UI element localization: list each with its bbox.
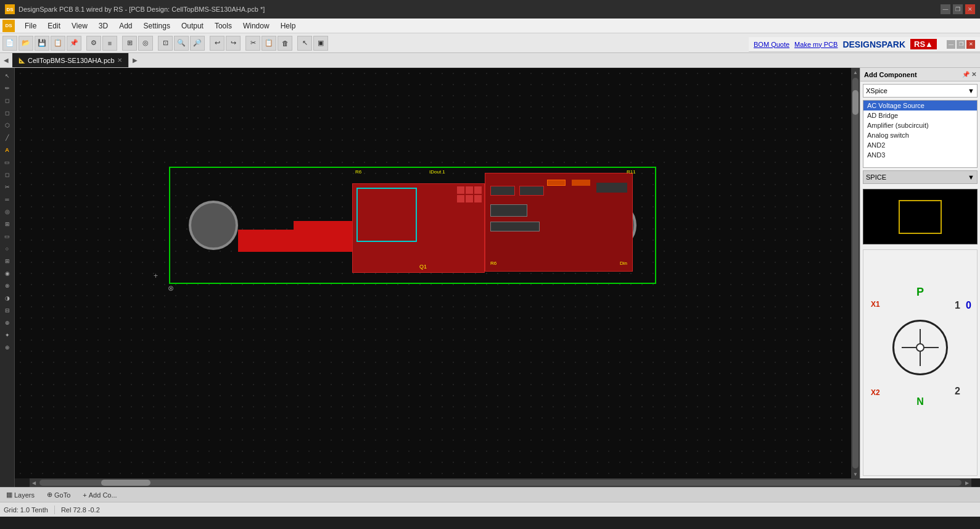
comp-item-and2[interactable]: AND2 (863, 140, 977, 150)
tb-copy[interactable]: 📋 (51, 36, 65, 51)
tab-addco[interactable]: + Add Co... (76, 490, 123, 500)
tb-undo[interactable]: ↩ (210, 36, 224, 51)
pin-1-label: 1 (955, 300, 960, 311)
lt-pad[interactable]: ▭ (2, 157, 13, 168)
tb-ratsnest[interactable]: ≡ (102, 36, 117, 51)
menu-settings[interactable]: Settings (139, 20, 175, 31)
vertical-scrollbar[interactable]: ▲ ▼ (851, 68, 860, 478)
menu-add[interactable]: Add (114, 20, 137, 31)
panel-pin-icon[interactable]: 📌 (962, 71, 970, 78)
canvas-area[interactable]: + — (15, 68, 851, 478)
scroll-right-arrow[interactable]: ▶ (963, 478, 971, 487)
lt-box[interactable]: ◻ (2, 169, 13, 180)
tb-paste[interactable]: 📋 (261, 36, 276, 51)
spice-dropdown[interactable]: SPICE ▼ (863, 170, 978, 184)
tb-highlight[interactable]: ▣ (313, 36, 328, 51)
restore-button[interactable]: ❐ (953, 4, 963, 14)
scroll-track-vertical[interactable] (852, 78, 859, 469)
menu-help[interactable]: Help (276, 20, 301, 31)
scroll-down-arrow[interactable]: ▼ (851, 470, 860, 478)
tb-grid[interactable]: ⊞ (122, 36, 137, 51)
lt-line[interactable]: ╱ (2, 132, 13, 143)
lt-pencil[interactable]: ✏ (2, 83, 13, 94)
minimize-button[interactable]: — (941, 4, 950, 14)
lt-select[interactable]: ↖ (2, 70, 13, 81)
lt-comp[interactable]: ⊞ (2, 219, 13, 230)
panel-minimize-btn[interactable]: — (947, 40, 955, 49)
tab-close-icon[interactable]: ✕ (117, 57, 122, 64)
tb-origin[interactable]: ◎ (138, 36, 153, 51)
tb-zoom-out[interactable]: 🔎 (190, 36, 205, 51)
tab-scroll-left[interactable]: ◀ (0, 53, 12, 67)
menu-output[interactable]: Output (176, 20, 208, 31)
panel-close-btn[interactable]: ✕ (966, 40, 975, 49)
tb-select[interactable]: ↖ (297, 36, 312, 51)
compass-circle (892, 320, 948, 375)
comp-item-ad-bridge[interactable]: AD Bridge (863, 110, 977, 120)
tb-delete[interactable]: 🗑 (278, 36, 292, 51)
lt-rect2[interactable]: ◻ (2, 107, 13, 119)
scroll-track-horizontal[interactable] (39, 480, 961, 486)
symbol-area: P X1 1 0 N (863, 249, 978, 476)
lt-poly[interactable]: ⬡ (2, 120, 13, 131)
lt-thermal[interactable]: ⊟ (2, 305, 13, 316)
panel-restore-btn[interactable]: ❐ (957, 40, 965, 49)
component-area: Q1 (352, 183, 485, 273)
lt-via[interactable]: ◎ (2, 206, 13, 217)
tb-open[interactable]: 📂 (19, 36, 33, 51)
tb-pin[interactable]: 📌 (67, 36, 81, 51)
bom-quote-link[interactable]: BOM Quote (754, 41, 789, 48)
right-panel: Add Component 📌 ✕ XSpice ▼ AC Voltage So… (860, 68, 980, 478)
menu-3d[interactable]: 3D (94, 20, 113, 31)
canvas-row: + — (15, 68, 980, 478)
close-button[interactable]: ✕ (965, 4, 975, 14)
tb-cut[interactable]: ✂ (245, 36, 260, 51)
lt-power[interactable]: ◉ (2, 268, 13, 279)
scroll-left-arrow[interactable]: ◀ (30, 478, 38, 487)
library-dropdown[interactable]: XSpice ▼ (863, 84, 978, 98)
tab-layers[interactable]: ▦ Layers (0, 489, 41, 500)
scroll-up-arrow[interactable]: ▲ (851, 68, 860, 77)
menu-edit[interactable]: Edit (43, 20, 65, 31)
comp-item-and3[interactable]: AND3 (863, 150, 977, 160)
tb-new[interactable]: 📄 (2, 36, 17, 51)
lt-zone[interactable]: ⊗ (2, 280, 13, 291)
brand-logo-icon: DS (2, 20, 15, 32)
lt-star[interactable]: ✦ (2, 330, 13, 341)
tb-zoom-fit[interactable]: ⊡ (158, 36, 173, 51)
tb-component[interactable]: ⚙ (86, 36, 101, 51)
lt-trace[interactable]: ═ (2, 194, 13, 205)
comp-item-amplifier[interactable]: Amplifier (subcircuit) (863, 120, 977, 130)
component-pads (457, 186, 482, 202)
preview-inner-rect (899, 200, 942, 234)
menu-view[interactable]: View (67, 20, 93, 31)
lt-cross[interactable]: ⊞ (2, 256, 13, 267)
tb-redo[interactable]: ↪ (226, 36, 241, 51)
scroll-thumb-horizontal[interactable] (101, 480, 150, 486)
scroll-thumb-vertical[interactable] (852, 90, 859, 115)
menu-file[interactable]: File (20, 20, 41, 31)
tab-goto[interactable]: ⊕ GoTo (41, 489, 76, 500)
lt-plane[interactable]: ▭ (2, 231, 13, 242)
lt-3d[interactable]: ⊕ (2, 317, 13, 328)
horizontal-scrollbar[interactable]: ◀ ▶ (30, 478, 971, 487)
lt-circle[interactable]: ○ (2, 243, 13, 254)
lt-misc[interactable]: ⊕ (2, 342, 13, 353)
lt-text[interactable]: A (2, 144, 13, 156)
tab-scroll-right[interactable]: ▶ (129, 53, 141, 67)
comp-item-ac-voltage[interactable]: AC Voltage Source (863, 101, 977, 110)
lt-copper[interactable]: ◑ (2, 293, 13, 304)
bottom-tabs: ▦ Layers ⊕ GoTo + Add Co... (0, 487, 980, 502)
panel-close-icon[interactable]: ✕ (971, 71, 976, 78)
tb-save[interactable]: 💾 (35, 36, 49, 51)
make-my-pcb-link[interactable]: Make my PCB (794, 41, 838, 48)
menu-tools[interactable]: Tools (210, 20, 237, 31)
comp-item-analog-switch[interactable]: Analog switch (863, 130, 977, 140)
tab-pcb-file[interactable]: 📐 CellTopBMS-SE130AHA.pcb ✕ (12, 53, 129, 67)
pin-x2-label: X2 (871, 388, 880, 397)
y-value: -0.2 (88, 506, 100, 514)
lt-rect1[interactable]: ◻ (2, 95, 13, 106)
tb-zoom-in[interactable]: 🔍 (174, 36, 189, 51)
lt-cut[interactable]: ✂ (2, 181, 13, 193)
menu-window[interactable]: Window (238, 20, 274, 31)
